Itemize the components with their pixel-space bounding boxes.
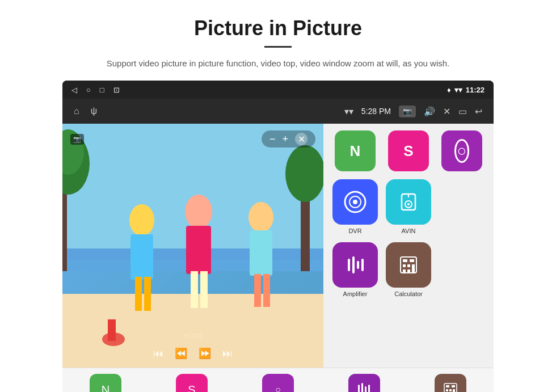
status-time: 11:22 (466, 86, 485, 94)
apps-area: N S ○ (323, 124, 494, 368)
pip-controls: 📷 − + ✕ (62, 130, 323, 147)
pip-camera-icon: 📷 (70, 134, 84, 145)
device-frame: ◁ ○ □ ⊡ ♦ ▾▾ 11:22 ⌂ ψ ▾▾ 5:28 PM 📷 🔊 ✕ … (62, 81, 494, 392)
app-siriusxm-top[interactable]: S (386, 130, 431, 171)
dock-siriusxm[interactable]: S SiriusXM (149, 368, 235, 392)
camera-button[interactable]: 📷 (399, 106, 416, 117)
back-nav-icon[interactable]: ◁ (71, 86, 77, 94)
svg-rect-42 (412, 264, 415, 272)
nav-left: ⌂ ψ (74, 106, 97, 116)
calculator-symbol (397, 253, 420, 277)
dock-netflix-icon: N (90, 374, 121, 392)
back-icon[interactable]: ↩ (475, 106, 482, 117)
dock-wheelkey[interactable]: ○ Wheelkey Study (235, 368, 321, 392)
location-icon: ♦ (447, 86, 451, 94)
amplifier-label: Amplifier (343, 290, 368, 297)
svg-rect-10 (130, 234, 153, 280)
top-apps-row: N S ○ (332, 130, 485, 171)
status-left-icons: ◁ ○ □ ⊡ (71, 86, 120, 94)
app-wheelkey-top[interactable]: ○ (439, 130, 485, 171)
split-screen-icon[interactable]: ▭ (458, 106, 467, 117)
pip-overlay-controls: − + ✕ (262, 130, 315, 147)
app-dvr[interactable]: DVR (332, 179, 378, 234)
amplifier-symbol (343, 253, 367, 277)
svg-point-17 (248, 202, 273, 233)
svg-rect-46 (368, 385, 370, 392)
watermark: YC229 (183, 333, 203, 339)
svg-rect-36 (410, 259, 414, 262)
dock-netflix-symbol: N (102, 383, 109, 392)
svg-rect-31 (352, 256, 355, 273)
next-track-btn[interactable]: ⏭ (222, 348, 233, 360)
amplifier-icon (332, 242, 378, 288)
dock-wheelkey-icon: ○ (262, 374, 294, 392)
svg-point-25 (353, 200, 357, 204)
svg-point-28 (407, 203, 410, 205)
svg-rect-45 (365, 386, 367, 392)
dvr-label: DVR (348, 227, 361, 234)
close-window-icon[interactable]: ✕ (443, 106, 450, 117)
nav-time: 5:28 PM (361, 107, 391, 116)
dock-amplifier-icon (348, 374, 380, 392)
dock-amplifier[interactable]: Amplifier (321, 368, 407, 392)
rewind-btn[interactable]: ⏪ (175, 347, 187, 360)
dock-wheelkey-symbol: ○ (275, 385, 281, 392)
svg-point-8 (285, 145, 323, 202)
svg-rect-51 (449, 389, 452, 391)
dock-netflix[interactable]: N Netflix (62, 368, 149, 392)
svg-rect-50 (446, 389, 448, 391)
page-title: Picture in Picture (45, 16, 511, 40)
svg-rect-43 (358, 385, 360, 392)
home-nav-icon[interactable]: ○ (86, 86, 91, 94)
avin-symbol (397, 191, 420, 213)
volume-icon[interactable]: 🔊 (424, 106, 435, 117)
fast-forward-btn[interactable]: ⏩ (199, 347, 211, 360)
recents-nav-icon[interactable]: □ (100, 86, 104, 94)
dock-calculator-icon (435, 374, 466, 392)
svg-rect-38 (407, 264, 410, 267)
netflix-icon: N (335, 130, 376, 171)
svg-rect-37 (403, 264, 406, 267)
svg-rect-12 (144, 277, 151, 311)
menu-nav-icon[interactable]: ⊡ (113, 86, 120, 94)
dock-siriusxm-symbol: S (188, 383, 195, 392)
dvr-icon (332, 179, 378, 225)
status-bar: ◁ ○ □ ⊡ ♦ ▾▾ 11:22 (62, 81, 494, 99)
app-amplifier[interactable]: Amplifier (332, 242, 378, 297)
pip-close-btn[interactable]: ✕ (295, 133, 308, 145)
wheelkey-symbol: ○ (454, 139, 470, 163)
pip-area[interactable]: 📷 − + ✕ ⏮ ⏪ ⏩ ⏭ YC229 (62, 124, 323, 368)
app-netflix-top[interactable]: N (332, 130, 378, 171)
pip-expand-btn[interactable]: + (282, 133, 288, 145)
dock-calculator-symbol (442, 381, 459, 392)
usb-icon[interactable]: ψ (91, 106, 97, 116)
bottom-apps-dock: N Netflix S SiriusXM ○ Wheelkey Study (62, 368, 494, 392)
nav-right: ▾▾ 5:28 PM 📷 🔊 ✕ ▭ ↩ (344, 106, 482, 117)
siriusxm-symbol: S (403, 142, 413, 160)
svg-rect-40 (403, 269, 406, 272)
dock-siriusxm-icon: S (176, 374, 208, 392)
dock-calculator[interactable]: Calculator (407, 368, 494, 392)
prev-track-btn[interactable]: ⏮ (153, 348, 163, 360)
svg-point-13 (185, 195, 212, 229)
page-header: Picture in Picture Support video picture… (0, 0, 556, 81)
pip-minimize-btn[interactable]: − (269, 133, 276, 145)
svg-rect-20 (263, 274, 270, 307)
wheelkey-icon: ○ (441, 130, 482, 171)
app-calculator[interactable]: Calculator (386, 242, 431, 297)
status-right-icons: ♦ ▾▾ 11:22 (447, 86, 485, 94)
svg-rect-55 (453, 389, 455, 392)
svg-rect-11 (135, 277, 142, 311)
dvr-symbol (343, 189, 368, 214)
pip-video: 📷 − + ✕ ⏮ ⏪ ⏩ ⏭ YC229 (62, 124, 323, 368)
home-icon[interactable]: ⌂ (74, 106, 79, 116)
svg-rect-15 (191, 271, 198, 308)
svg-rect-35 (403, 259, 407, 262)
svg-rect-33 (361, 259, 364, 271)
svg-rect-49 (452, 385, 455, 387)
pip-playback-controls: ⏮ ⏪ ⏩ ⏭ (153, 347, 233, 360)
avin-icon (386, 179, 431, 225)
app-avin[interactable]: AVIN (386, 179, 431, 234)
dock-amplifier-symbol (356, 381, 373, 392)
page-subtitle: Support video picture in picture functio… (79, 57, 477, 70)
